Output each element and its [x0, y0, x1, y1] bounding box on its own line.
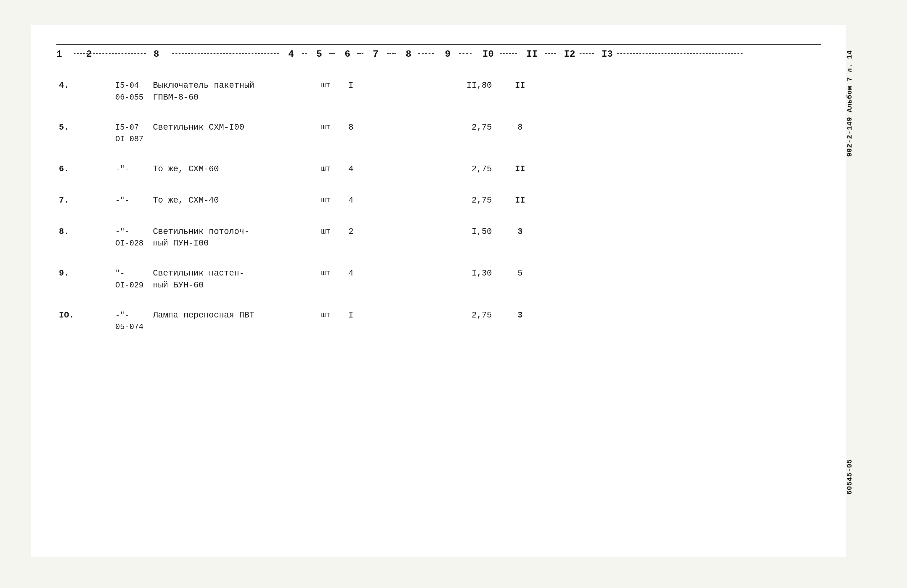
- row-7-name: То же, СХМ-40: [151, 195, 313, 207]
- row-9-code: "-OI-029: [113, 268, 151, 291]
- row-4-num: 4.: [56, 80, 113, 92]
- row-4-price: II,80: [442, 80, 505, 92]
- row-7-num: 7.: [56, 195, 113, 207]
- row-5-result: 8: [505, 122, 536, 134]
- row-9-unit: шт: [313, 268, 338, 279]
- col-3: 8: [154, 49, 159, 59]
- row-5-code: I5-07OI-087: [113, 122, 151, 145]
- row-4-unit: шт: [313, 80, 338, 91]
- row-8-name: Светильник потолоч-ный ПУН-I00: [151, 226, 313, 250]
- table-row: 6. -"- То же, СХМ-60 шт 4 2,75 II: [56, 154, 821, 185]
- row-4-name: Выключатель пакетныйГПВМ-8-60: [151, 80, 313, 104]
- row-4-code: I5-0406-055: [113, 80, 151, 103]
- table-row: 8. -"-OI-028 Светильник потолоч-ный ПУН-…: [56, 217, 821, 259]
- col-9: 9: [445, 49, 450, 59]
- dash-12a: [580, 53, 594, 54]
- table-row: 4. I5-0406-055 Выключатель пакетныйГПВМ-…: [56, 69, 821, 112]
- row-8-unit: шт: [313, 226, 338, 237]
- row-5-num: 5.: [56, 122, 113, 134]
- col-6: 6: [345, 49, 350, 59]
- row-10-price: 2,75: [442, 310, 505, 321]
- table-row: 5. I5-07OI-087 Светильник СХМ-I00 шт 8 2…: [56, 112, 821, 154]
- row-8-result: 3: [505, 226, 536, 238]
- row-7-code: -"-: [113, 195, 151, 207]
- column-headers: 1 2 8 4 5 6 7 8 9 I0 II I2 I3: [56, 46, 777, 64]
- row-6-qty: 4: [338, 163, 364, 175]
- row-9-num: 9.: [56, 268, 113, 280]
- col-11: II: [526, 49, 538, 59]
- row-8-price: I,50: [442, 226, 505, 238]
- stamp-text-top: 902-2-149 Альбом 7 л. 14: [846, 50, 854, 157]
- dash-end: [617, 53, 742, 54]
- row-10-qty: I: [338, 310, 364, 321]
- row-10-result: 3: [505, 310, 536, 321]
- dash-10a: [500, 53, 517, 54]
- col-12: I2: [564, 49, 575, 59]
- side-stamp-top: 902-2-149 Альбом 7 л. 14: [846, 50, 871, 157]
- col-4: 4: [288, 49, 294, 59]
- row-6-code: -"-: [113, 163, 151, 175]
- row-10-unit: шт: [313, 310, 338, 321]
- row-10-code: -"-05-074: [113, 310, 151, 333]
- dash-7a: [387, 53, 396, 54]
- stamp-text-bottom: 60545-05: [846, 459, 854, 495]
- table-row: 9. "-OI-029 Светильник настен-ный БУН-60…: [56, 258, 821, 300]
- col-5: 5: [316, 49, 322, 59]
- dash-9a: [459, 53, 471, 54]
- row-9-result: 5: [505, 268, 536, 280]
- dash-8a: [418, 53, 434, 54]
- row-7-price: 2,75: [442, 195, 505, 207]
- row-5-name: Светильник СХМ-I00: [151, 122, 313, 134]
- col-10: I0: [482, 49, 494, 59]
- row-9-name: Светильник настен-ный БУН-60: [151, 268, 313, 291]
- row-10-num: IO.: [56, 310, 113, 321]
- row-9-price: I,30: [442, 268, 505, 280]
- row-6-num: 6.: [56, 163, 113, 175]
- dash-1-2: [74, 53, 146, 54]
- row-4-result: II: [505, 80, 536, 92]
- row-6-name: То же, СХМ-60: [151, 163, 313, 175]
- dash-11a: [545, 53, 556, 54]
- dash-6a: [357, 53, 364, 54]
- col-2: 2: [86, 49, 92, 59]
- row-6-price: 2,75: [442, 163, 505, 175]
- row-6-unit: шт: [313, 163, 338, 174]
- row-7-unit: шт: [313, 195, 338, 206]
- row-9-qty: 4: [338, 268, 364, 280]
- row-5-qty: 8: [338, 122, 364, 134]
- row-7-result: II: [505, 195, 536, 207]
- row-4-qty: I: [338, 80, 364, 92]
- dash-4a: [302, 53, 307, 54]
- row-10-name: Лампа переносная ПВТ: [151, 310, 313, 321]
- table-row: IO. -"-05-074 Лампа переносная ПВТ шт I …: [56, 300, 821, 342]
- row-8-code: -"-OI-028: [113, 226, 151, 249]
- side-stamp-bottom: 60545-05: [846, 459, 871, 495]
- col-7: 7: [373, 49, 378, 59]
- row-8-qty: 2: [338, 226, 364, 238]
- row-8-num: 8.: [56, 226, 113, 238]
- row-5-unit: шт: [313, 122, 338, 133]
- row-7-qty: 4: [338, 195, 364, 207]
- dash-3-4: [172, 53, 279, 54]
- row-5-price: 2,75: [442, 122, 505, 134]
- table-row: 7. -"- То же, СХМ-40 шт 4 2,75 II: [56, 185, 821, 217]
- header-line: 1 2 8 4 5 6 7 8 9 I0 II I2 I3: [56, 44, 821, 62]
- main-table: 4. I5-0406-055 Выключатель пакетныйГПВМ-…: [56, 69, 821, 342]
- col-1: 1: [56, 49, 62, 59]
- row-6-result: II: [505, 163, 536, 175]
- col-8: 8: [406, 49, 411, 59]
- col-13: I3: [601, 49, 613, 59]
- dash-5a: [329, 53, 335, 54]
